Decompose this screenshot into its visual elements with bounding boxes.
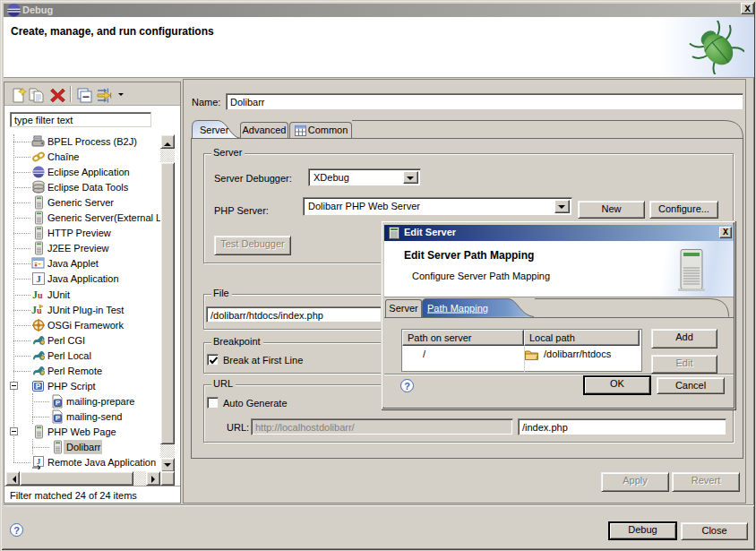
svg-text:u: u <box>38 290 43 300</box>
svg-text:P: P <box>36 382 41 391</box>
svg-text:Path Mapping: Path Mapping <box>427 303 488 314</box>
svg-text:P: P <box>56 399 60 407</box>
svg-text:J: J <box>36 273 41 284</box>
svg-text:Server: Server <box>200 125 229 135</box>
svg-text:J: J <box>37 457 41 466</box>
svg-text:P: P <box>56 414 60 422</box>
